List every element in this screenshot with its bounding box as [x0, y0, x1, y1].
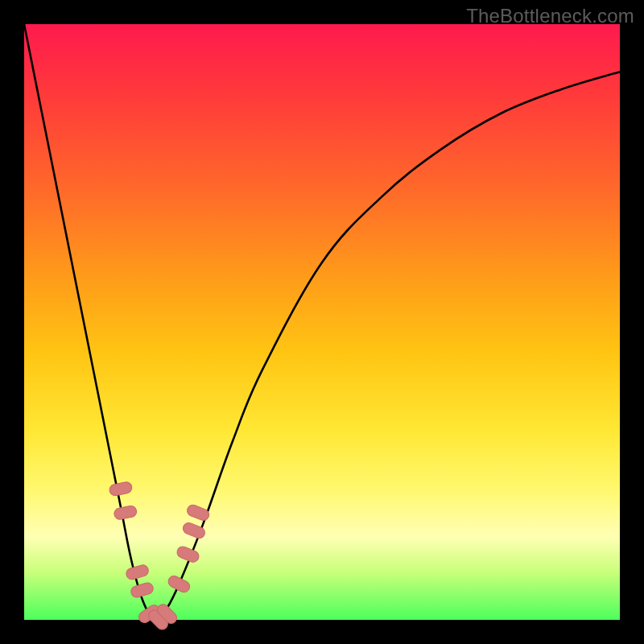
bottleneck-curve: [24, 24, 620, 620]
highlight-marker: [114, 505, 138, 520]
plot-area: [24, 24, 620, 620]
bottleneck-curve-svg: [24, 24, 620, 620]
highlight-marker: [109, 481, 133, 497]
chart-frame: TheBottleneck.com: [0, 0, 644, 644]
highlight-marker: [130, 581, 155, 598]
highlight-marker: [186, 503, 211, 522]
curve-group: [24, 24, 620, 620]
highlight-marker: [125, 564, 150, 580]
watermark-text: TheBottleneck.com: [466, 5, 634, 27]
highlight-marker: [167, 574, 192, 594]
highlighted-points-group: [109, 481, 211, 632]
